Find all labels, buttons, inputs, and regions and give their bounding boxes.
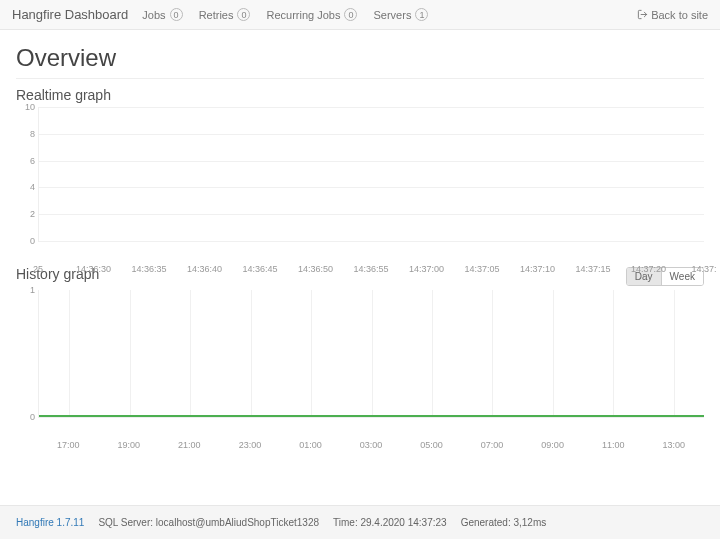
chart-gridline [39, 214, 704, 215]
nav-recurring-badge: 0 [344, 8, 357, 21]
y-tick-label: 10 [25, 102, 39, 112]
footer-sql: SQL Server: localhost@umbAliudShopTicket… [98, 517, 319, 528]
x-tick-label: 14:37: [691, 264, 716, 274]
page-title: Overview [16, 44, 704, 72]
back-to-site[interactable]: Back to site [637, 9, 708, 21]
nav-retries-badge: 0 [237, 8, 250, 21]
x-tick-label: 14:37:10 [520, 264, 555, 274]
history-series-line [39, 415, 704, 417]
nav-recurring[interactable]: Recurring Jobs 0 [266, 8, 357, 21]
chart-gridline [39, 107, 704, 108]
x-tick-label: 14:36:30 [76, 264, 111, 274]
history-chart: 10 [38, 290, 704, 418]
x-tick-label: 14:37:15 [575, 264, 610, 274]
y-tick-label: 8 [30, 129, 39, 139]
nav-jobs-badge: 0 [170, 8, 183, 21]
nav-servers-label: Servers [373, 9, 411, 21]
x-tick-label: 09:00 [541, 440, 564, 450]
nav-jobs-label: Jobs [142, 9, 165, 21]
brand[interactable]: Hangfire Dashboard [12, 7, 128, 22]
chart-gridline [372, 290, 373, 417]
nav-recurring-label: Recurring Jobs [266, 9, 340, 21]
chart-gridline [130, 290, 131, 417]
realtime-title: Realtime graph [16, 87, 704, 103]
nav-retries-label: Retries [199, 9, 234, 21]
chart-gridline [69, 290, 70, 417]
chart-gridline [674, 290, 675, 417]
nav-servers[interactable]: Servers 1 [373, 8, 428, 21]
x-tick-label: 03:00 [360, 440, 383, 450]
logout-icon [637, 9, 648, 20]
chart-gridline [492, 290, 493, 417]
chart-gridline [39, 161, 704, 162]
x-tick-label: 14:37:05 [464, 264, 499, 274]
y-tick-label: 2 [30, 209, 39, 219]
nav-retries[interactable]: Retries 0 [199, 8, 251, 21]
page: Overview Realtime graph 1086420 2514:36:… [0, 30, 720, 436]
y-tick-label: 6 [30, 156, 39, 166]
chart-gridline [39, 187, 704, 188]
chart-gridline [432, 290, 433, 417]
x-tick-label: 19:00 [118, 440, 141, 450]
x-tick-label: 14:36:35 [131, 264, 166, 274]
footer: Hangfire 1.7.11 SQL Server: localhost@um… [0, 505, 720, 539]
chart-gridline [39, 134, 704, 135]
history-chart-area: 10 17:0019:0021:0023:0001:0003:0005:0007… [16, 290, 704, 436]
x-tick-label: 05:00 [420, 440, 443, 450]
nav-servers-badge: 1 [415, 8, 428, 21]
x-tick-label: 01:00 [299, 440, 322, 450]
realtime-chart: 1086420 [38, 107, 704, 242]
nav-jobs[interactable]: Jobs 0 [142, 8, 182, 21]
back-label: Back to site [651, 9, 708, 21]
chart-gridline [190, 290, 191, 417]
x-tick-label: 14:37:00 [409, 264, 444, 274]
footer-version-link[interactable]: Hangfire 1.7.11 [16, 517, 84, 528]
realtime-chart-area: 1086420 2514:36:3014:36:3514:36:4014:36:… [16, 107, 704, 260]
x-tick-label: 17:00 [57, 440, 80, 450]
x-tick-label: 21:00 [178, 440, 201, 450]
chart-gridline [251, 290, 252, 417]
history-x-axis: 17:0019:0021:0023:0001:0003:0005:0007:00… [38, 418, 704, 436]
realtime-x-axis: 2514:36:3014:36:3514:36:4014:36:4514:36:… [38, 242, 704, 260]
x-tick-label: 07:00 [481, 440, 504, 450]
y-tick-label: 4 [30, 182, 39, 192]
x-tick-label: 14:36:50 [298, 264, 333, 274]
footer-generated: Generated: 3,12ms [461, 517, 547, 528]
chart-gridline [553, 290, 554, 417]
x-tick-label: 14:36:45 [242, 264, 277, 274]
navbar: Hangfire Dashboard Jobs 0 Retries 0 Recu… [0, 0, 720, 30]
x-tick-label: 14:36:55 [353, 264, 388, 274]
x-tick-label: 14:36:40 [187, 264, 222, 274]
x-tick-label: 14:37:20 [631, 264, 666, 274]
chart-gridline [311, 290, 312, 417]
x-tick-label: 23:00 [239, 440, 262, 450]
chart-gridline [613, 290, 614, 417]
x-tick-label: 11:00 [602, 440, 625, 450]
divider [16, 78, 704, 79]
footer-time: Time: 29.4.2020 14:37:23 [333, 517, 447, 528]
x-tick-label: 13:00 [662, 440, 685, 450]
x-tick-label: 25 [33, 264, 43, 274]
y-tick-label: 1 [30, 285, 39, 295]
